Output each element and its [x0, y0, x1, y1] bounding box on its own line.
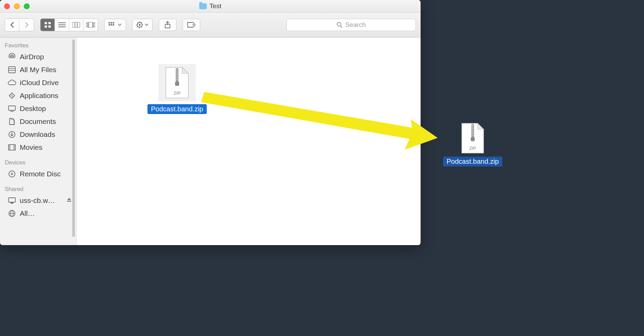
tags-button[interactable]: [183, 19, 200, 31]
svg-line-38: [11, 94, 13, 97]
list-icon: [58, 22, 66, 28]
svg-point-20: [139, 24, 141, 26]
sidebar-item-airdrop[interactable]: AirDrop: [0, 50, 76, 63]
file-item[interactable]: ZIP Podcast.band.zip: [148, 64, 206, 114]
svg-point-50: [9, 171, 15, 177]
sidebar-item-label: Movies: [20, 143, 43, 151]
sidebar-item-label: Documents: [20, 117, 56, 126]
chevron-left-icon: [10, 22, 15, 28]
sidebar-item-movies[interactable]: Movies: [0, 141, 76, 154]
sidebar-item-shared-all[interactable]: All…: [0, 207, 76, 220]
content-area[interactable]: ZIP Podcast.band.zip: [77, 37, 421, 245]
forward-button[interactable]: [19, 19, 34, 31]
sidebar-item-downloads[interactable]: Downloads: [0, 128, 76, 141]
documents-icon: [7, 117, 16, 126]
network-icon: [7, 209, 16, 218]
svg-rect-52: [9, 198, 15, 202]
file-icon-selection: ZIP: [158, 64, 196, 101]
svg-point-32: [337, 22, 341, 26]
svg-rect-7: [73, 22, 80, 28]
svg-point-51: [11, 173, 13, 175]
svg-line-28: [137, 27, 138, 27]
svg-line-25: [137, 22, 138, 23]
sidebar-item-label: iCloud Drive: [20, 79, 59, 87]
svg-rect-69: [471, 124, 474, 139]
window-zoom-button[interactable]: [24, 3, 30, 9]
toolbar: Search: [0, 13, 421, 37]
desktop-icon: [7, 104, 16, 113]
column-view-button[interactable]: [69, 19, 83, 31]
sidebar-section-favorites: Favorites: [0, 40, 76, 50]
cloud-icon: [7, 78, 16, 87]
sidebar-item-allmyfiles[interactable]: All My Files: [0, 63, 76, 76]
sidebar-item-desktop[interactable]: Desktop: [0, 102, 76, 115]
sidebar-section-shared: Shared: [0, 184, 76, 194]
svg-text:ZIP: ZIP: [469, 146, 476, 151]
list-view-button[interactable]: [55, 19, 69, 31]
sidebar-item-applications[interactable]: Applications: [0, 89, 76, 102]
nav-buttons: [5, 18, 34, 31]
arrange-button[interactable]: [104, 19, 126, 31]
search-placeholder: Search: [345, 21, 366, 29]
svg-rect-3: [48, 26, 51, 28]
search-field[interactable]: Search: [286, 19, 416, 31]
sidebar-scrollbar[interactable]: [72, 39, 75, 237]
svg-rect-16: [109, 24, 110, 26]
svg-rect-17: [111, 24, 112, 26]
sidebar-item-label: Applications: [20, 92, 58, 100]
svg-rect-18: [113, 24, 114, 26]
svg-rect-13: [109, 22, 110, 23]
sidebar-item-label: All…: [20, 209, 35, 218]
svg-rect-70: [471, 137, 475, 141]
window-minimize-button[interactable]: [14, 3, 20, 9]
downloads-icon: [7, 130, 16, 139]
window-close-button[interactable]: [4, 3, 10, 9]
window-body: Favorites AirDrop All My Files iCloud Dr…: [0, 37, 421, 245]
svg-rect-15: [113, 22, 114, 23]
sidebar: Favorites AirDrop All My Files iCloud Dr…: [0, 37, 77, 245]
svg-rect-10: [86, 23, 88, 27]
svg-rect-12: [94, 23, 95, 27]
gear-icon: [136, 21, 143, 28]
sidebar-item-documents[interactable]: Documents: [0, 115, 76, 128]
svg-point-34: [11, 56, 13, 58]
desktop-file-item[interactable]: ZIP Podcast.band.zip: [442, 123, 503, 166]
svg-rect-11: [89, 22, 93, 28]
tag-icon: [187, 22, 196, 28]
svg-rect-59: [176, 68, 178, 83]
grid-icon: [44, 22, 51, 28]
action-button[interactable]: [132, 19, 153, 31]
window-title-text: Test: [209, 2, 221, 10]
share-icon: [164, 21, 171, 29]
svg-rect-35: [9, 67, 15, 73]
folder-icon: [199, 3, 207, 9]
icon-view-button[interactable]: [41, 19, 55, 31]
eject-icon[interactable]: [67, 197, 72, 204]
svg-line-27: [141, 22, 142, 23]
svg-rect-43: [9, 145, 15, 150]
sidebar-item-shared-server[interactable]: uss-cb.w…: [0, 194, 76, 207]
svg-rect-1: [48, 22, 51, 24]
svg-rect-0: [45, 22, 47, 24]
window-title: Test: [199, 2, 221, 10]
share-button[interactable]: [159, 19, 176, 31]
chevron-down-icon: [145, 23, 148, 26]
applications-icon: [7, 91, 16, 100]
search-icon: [336, 22, 343, 28]
sidebar-item-label: uss-cb.w…: [20, 196, 55, 205]
zip-file-icon: ZIP: [460, 123, 485, 154]
sidebar-item-label: Remote Disc: [20, 170, 61, 178]
sidebar-item-remote-disc[interactable]: Remote Disc: [0, 167, 76, 180]
chevron-right-icon: [24, 22, 29, 28]
file-name-label: Podcast.band.zip: [147, 104, 206, 114]
sidebar-item-label: All My Files: [20, 66, 56, 74]
sidebar-item-icloud[interactable]: iCloud Drive: [0, 76, 76, 89]
window-controls: [4, 3, 30, 9]
coverflow-view-button[interactable]: [83, 19, 98, 31]
coverflow-icon: [86, 22, 95, 28]
svg-marker-54: [67, 198, 71, 200]
zip-file-icon: ZIP: [164, 67, 190, 99]
back-button[interactable]: [5, 19, 19, 31]
svg-line-26: [141, 27, 142, 27]
svg-line-33: [341, 26, 342, 28]
